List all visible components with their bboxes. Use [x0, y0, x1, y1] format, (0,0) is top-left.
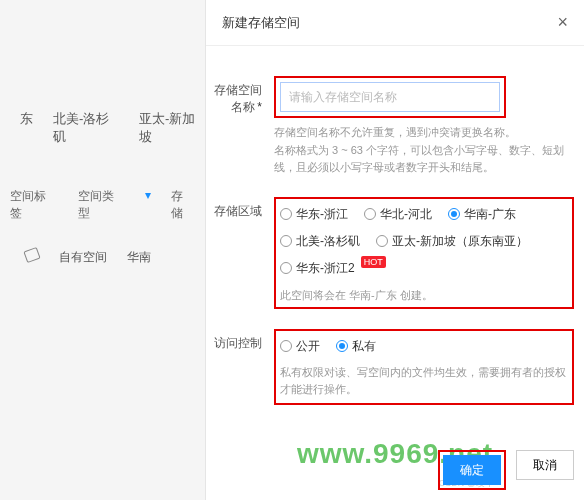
region-radio-group: 华东-浙江 华北-河北 华南-广东 北美-洛杉矶 亚太-新加坡（原东南亚） 华东… [280, 203, 568, 280]
create-bucket-modal: 新建存储空间 × 存储空间名称* 存储空间名称不允许重复，遇到冲突请更换名称。 … [205, 0, 584, 500]
close-icon[interactable]: × [557, 12, 568, 33]
access-option-private[interactable]: 私有 [336, 338, 376, 355]
tag-icon [23, 247, 40, 263]
name-hint: 存储空间名称不允许重复，遇到冲突请更换名称。 名称格式为 3 ~ 63 个字符，… [274, 124, 574, 177]
col-header: 存储 [171, 188, 195, 222]
row-region: 华南 [127, 249, 151, 266]
region-option[interactable]: 亚太-新加坡（原东南亚） [376, 233, 528, 250]
access-hint: 私有权限对读、写空间内的文件均生效，需要拥有者的授权才能进行操作。 [280, 364, 568, 399]
background-panel: 东 北美-洛杉矶 亚太-新加坡 空间标签 空间类型 ▾ 存储 自有空间 华南 [0, 0, 205, 500]
bg-tab: 北美-洛杉矶 [53, 110, 119, 146]
access-option-public[interactable]: 公开 [280, 338, 320, 355]
col-header: 空间标签 [10, 188, 58, 222]
col-header: 空间类型 [78, 188, 126, 222]
access-label: 访问控制 [206, 329, 274, 352]
modal-title: 新建存储空间 [222, 14, 300, 32]
region-option[interactable]: 华北-河北 [364, 206, 432, 223]
bg-tab: 亚太-新加坡 [139, 110, 205, 146]
bucket-name-input[interactable] [280, 82, 500, 112]
region-option[interactable]: 北美-洛杉矶 [280, 233, 360, 250]
cancel-button[interactable]: 取消 [516, 450, 574, 480]
region-label: 存储区域 [206, 197, 274, 220]
region-option[interactable]: 华南-广东 [448, 206, 516, 223]
access-radio-group: 公开 私有 [280, 335, 568, 358]
confirm-button[interactable]: 确定 [443, 455, 501, 485]
region-option[interactable]: 华东-浙江2HOT [280, 260, 386, 277]
region-note: 此空间将会在 华南-广东 创建。 [280, 288, 568, 303]
bg-tab: 东 [20, 110, 33, 146]
bucket-name-label: 存储空间名称* [206, 76, 274, 116]
row-type: 自有空间 [59, 249, 107, 266]
hot-badge: HOT [361, 256, 386, 268]
region-option[interactable]: 华东-浙江 [280, 206, 348, 223]
